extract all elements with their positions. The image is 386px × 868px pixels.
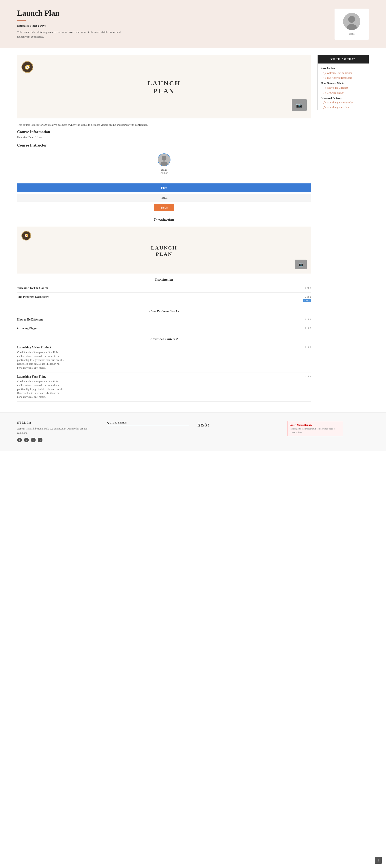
instructor-name: anika — [161, 168, 167, 172]
instagram-icon[interactable]: i — [31, 438, 36, 442]
instructor-avatar — [158, 153, 170, 166]
free-badge: FREE — [303, 299, 311, 302]
sidebar-link-label: Welcome To The Course — [327, 71, 352, 75]
course-visual-small: 🧭 LAUNCH PLAN 📷 — [17, 226, 311, 274]
sidebar-link-label: How to Be Different — [327, 86, 348, 89]
header-left: Launch Plan Estimated Time: 2 Days This … — [17, 8, 124, 39]
course-visual-top: 🧭 LAUNCH PLAN 📷 — [17, 55, 311, 118]
lesson-item-left: The Pinterest Dashboard — [17, 295, 49, 299]
lesson-item: Growing Bigger2 of 2 — [17, 324, 311, 333]
sidebar-link[interactable]: The Pinterest Dashboard — [318, 75, 368, 81]
lesson-item-left: How to Be Different — [17, 318, 43, 321]
sidebar-link[interactable]: Growing Bigger — [318, 90, 368, 95]
camera-icon-small: 📷 — [295, 259, 307, 269]
quick-links-label: QUICK LINKS — [107, 421, 189, 426]
main-wrapper: 🧭 LAUNCH PLAN 📷 This course is ideal for… — [0, 48, 386, 412]
lesson-description: Curabitur blandit tempus porttitor. Duis… — [17, 350, 64, 370]
svg-point-4 — [162, 156, 166, 160]
insta-label: insta — [197, 421, 279, 428]
intro-title: Introduction — [17, 218, 311, 222]
sidebar-section-label: How Pinterest Works — [318, 81, 368, 85]
instructor-name-header: anika — [349, 32, 354, 35]
footer-social-icons: f t i p — [17, 438, 99, 442]
footer-error-col: Error: No feed found. Please go to the I… — [287, 421, 369, 436]
sidebar-link-icon — [323, 106, 325, 109]
page-title: Launch Plan — [17, 8, 124, 18]
footer-brand-name: STELLA — [17, 421, 99, 425]
price-bar: Free — [17, 183, 311, 192]
lesson-name[interactable]: Welcome To The Course — [17, 286, 49, 290]
sidebar-link-label: The Pinterest Dashboard — [327, 76, 352, 80]
lesson-item: Welcome To The Course1 of 2 — [17, 284, 311, 292]
lesson-item-right: 1 of 2 — [305, 346, 311, 349]
instructor-box: anika Author — [17, 149, 311, 179]
facebook-icon[interactable]: f — [17, 438, 22, 442]
camera-icon: 📷 — [292, 99, 307, 111]
main-content: 🧭 LAUNCH PLAN 📷 This course is ideal for… — [17, 55, 311, 406]
lessons-section: Introduction 🧭 LAUNCH PLAN 📷 Introductio… — [17, 218, 311, 402]
lesson-group: IntroductionWelcome To The Course1 of 2T… — [17, 278, 311, 305]
course-info: This course is ideal for any creative bu… — [17, 123, 311, 139]
lesson-meta: 2 of 2 — [303, 295, 311, 299]
sidebar-link-icon — [323, 92, 325, 94]
sidebar-link[interactable]: Welcome To The Course — [318, 70, 368, 75]
sidebar-section-label: Advanced Pinterest — [318, 95, 368, 100]
sidebar-link-label: Launching Your Thing — [327, 106, 350, 109]
lesson-item-left: Growing Bigger — [17, 327, 38, 330]
header-divider — [17, 20, 26, 21]
lesson-name[interactable]: Launching Your Thing — [17, 375, 64, 378]
lesson-item: Launching Your ThingCurabitur blandit te… — [17, 372, 311, 402]
sidebar-link-icon — [323, 77, 325, 80]
lesson-name[interactable]: Growing Bigger — [17, 327, 38, 330]
sidebar-link[interactable]: How to Be Different — [318, 85, 368, 90]
sidebar: YOUR COURSE IntroductionWelcome To The C… — [317, 55, 369, 406]
lesson-meta: 2 of 2 — [305, 327, 311, 330]
footer-error-box: Error: No feed found. Please go to the I… — [287, 421, 343, 436]
sidebar-link[interactable]: Launching A New Product — [318, 100, 368, 105]
course-information-heading: Course Information — [17, 130, 311, 134]
estimated-time: Estimated Time: 2 Days — [17, 135, 311, 139]
avatar — [343, 13, 360, 30]
pinterest-icon[interactable]: p — [38, 438, 42, 442]
lesson-item-right: 2 of 2 — [305, 375, 311, 378]
lesson-group-title: How Pinterest Works — [17, 309, 311, 313]
lesson-item-right: 1 of 2 — [305, 318, 311, 321]
sidebar-link-icon — [323, 87, 325, 89]
lesson-group: How Pinterest WorksHow to Be Different1 … — [17, 309, 311, 333]
lesson-meta: 1 of 2 — [305, 286, 311, 290]
footer-links-col: QUICK LINKS — [107, 421, 189, 428]
sidebar-link-label: Launching A New Product — [327, 101, 354, 104]
instructor-section: Course Instructor anika Author — [17, 143, 311, 179]
lesson-name[interactable]: Launching A New Product — [17, 346, 64, 349]
footer-insta-col: insta — [197, 421, 279, 428]
header-description: This course is ideal for any creative bu… — [17, 30, 124, 39]
instructor-role: Author — [160, 172, 168, 175]
header-estimated: Estimated Time: 2 Days — [17, 24, 124, 27]
footer-brand-col: STELLA Aenean lacinia bibendum nulla sed… — [17, 421, 99, 442]
compass-icon: 🧭 — [22, 61, 33, 73]
sidebar-link-icon — [323, 101, 325, 104]
header-section: Launch Plan Estimated Time: 2 Days This … — [0, 0, 386, 48]
lesson-groups-container: IntroductionWelcome To The Course1 of 2T… — [17, 278, 311, 402]
footer: STELLA Aenean lacinia bibendum nulla sed… — [0, 412, 386, 451]
header-right: anika — [334, 8, 369, 40]
lesson-group-title: Advanced Pinterest — [17, 337, 311, 341]
lesson-name[interactable]: The Pinterest Dashboard — [17, 295, 49, 299]
course-title-visual-small: LAUNCH PLAN — [151, 245, 177, 257]
lesson-item-right: 2 of 2 — [305, 327, 311, 330]
twitter-icon[interactable]: t — [24, 438, 29, 442]
lesson-name[interactable]: How to Be Different — [17, 318, 43, 321]
lesson-group-title: Introduction — [17, 278, 311, 282]
instructor-heading: Course Instructor — [17, 143, 311, 148]
lesson-item-left: Welcome To The Course — [17, 286, 49, 290]
sidebar-link-label: Growing Bigger — [327, 91, 344, 94]
lesson-meta: 1 of 2 — [305, 318, 311, 321]
lesson-meta: 1 of 2 — [305, 346, 311, 349]
enroll-button[interactable]: Enroll — [154, 204, 174, 211]
lesson-item-right: 1 of 2 — [305, 286, 311, 290]
sidebar-content: IntroductionWelcome To The CourseThe Pin… — [318, 66, 368, 110]
lesson-group: Advanced PinterestLaunching A New Produc… — [17, 337, 311, 402]
sidebar-link[interactable]: Launching Your Thing — [318, 105, 368, 110]
free-label: FREE — [17, 194, 311, 202]
lesson-item-right: 2 of 2FREE — [303, 295, 311, 302]
